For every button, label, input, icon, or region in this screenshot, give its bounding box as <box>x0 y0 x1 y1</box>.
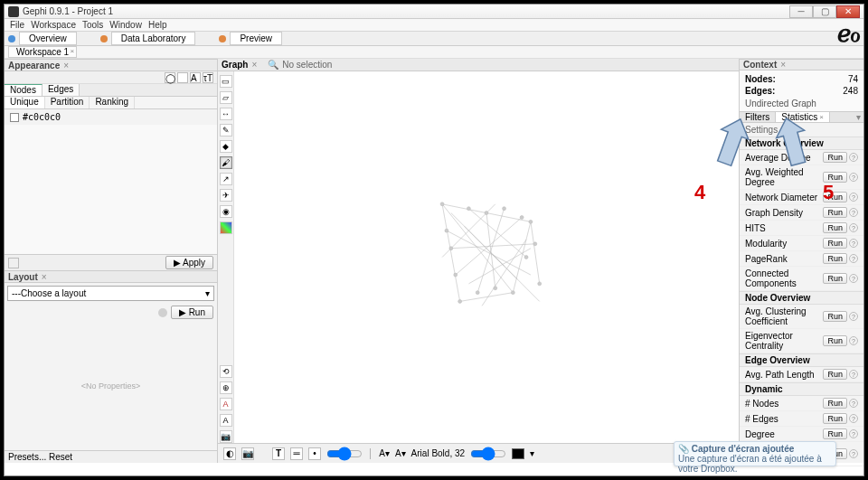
stat-row: DegreeRun? <box>740 427 863 442</box>
size-icon[interactable] <box>177 72 188 83</box>
menu-window[interactable]: Window <box>108 20 144 30</box>
stat-help-icon[interactable]: ? <box>849 274 858 283</box>
stat-help-icon[interactable]: ? <box>849 429 858 438</box>
stat-run-button[interactable]: Run <box>823 253 847 264</box>
layout-select[interactable]: ---Choose a layout▾ <box>7 286 214 301</box>
font-label-a[interactable]: A▾ <box>379 448 390 458</box>
notif-title: Capture d'écran ajoutée <box>692 444 795 454</box>
tool-label[interactable]: A <box>220 414 232 427</box>
svg-line-15 <box>482 240 526 306</box>
tool-select[interactable]: ▭ <box>220 75 232 88</box>
screenshot-icon[interactable]: 📷 <box>241 447 254 460</box>
stat-help-icon[interactable]: ? <box>849 173 858 182</box>
stat-run-button[interactable]: Run <box>823 273 847 284</box>
tool-brush[interactable]: 🖌 <box>220 156 232 169</box>
stat-help-icon[interactable]: ? <box>849 193 858 202</box>
stat-help-icon[interactable]: ? <box>849 449 858 458</box>
graph-canvas[interactable] <box>234 71 739 443</box>
ctx-nodes-label: Nodes: <box>745 74 776 84</box>
workspace-label: Workspace 1 <box>16 47 69 57</box>
tool-color[interactable] <box>220 221 232 234</box>
stat-help-icon[interactable]: ? <box>849 414 858 423</box>
tool-size[interactable]: ◆ <box>220 140 232 153</box>
layout-run-button[interactable]: ▶ Run <box>171 306 213 319</box>
stat-help-icon[interactable]: ? <box>849 223 858 232</box>
stat-help-icon[interactable]: ? <box>849 312 858 321</box>
mode-unique[interactable]: Unique <box>5 97 45 108</box>
tool-edge[interactable]: ↗ <box>220 173 232 185</box>
stat-label: Graph Density <box>745 208 803 218</box>
color-checkbox[interactable] <box>10 113 19 122</box>
layout-presets[interactable]: Presets... Reset <box>5 450 217 463</box>
tab-menu-icon[interactable]: ▾ <box>854 112 863 122</box>
stat-run-button[interactable]: Run <box>823 369 847 380</box>
svg-point-27 <box>449 247 453 250</box>
stat-run-button[interactable]: Run <box>823 428 847 439</box>
appearance-nodes-tab[interactable]: Nodes <box>5 84 42 96</box>
appearance-edges-tab[interactable]: Edges <box>42 84 80 96</box>
svg-line-10 <box>477 209 504 293</box>
menu-workspace[interactable]: Workspace <box>29 20 78 30</box>
dropbox-notification[interactable]: 📎 Capture d'écran ajoutée Une capture d'… <box>674 441 836 466</box>
tool-rect[interactable]: ▱ <box>220 91 232 104</box>
stat-help-icon[interactable]: ? <box>849 153 858 162</box>
show-labels-icon[interactable]: • <box>308 447 321 460</box>
tool-snapshot[interactable]: 📷 <box>220 430 232 443</box>
label-size-slider[interactable] <box>470 447 506 461</box>
tool-move[interactable]: ↔ <box>220 108 232 120</box>
edge-thickness-slider[interactable] <box>326 447 363 461</box>
tab-overview[interactable]: Overview <box>19 32 77 45</box>
stat-run-button[interactable]: Run <box>823 152 847 163</box>
color-icon[interactable]: ◯ <box>165 72 175 83</box>
stat-help-icon[interactable]: ? <box>849 336 858 345</box>
close-button[interactable]: ✕ <box>836 5 860 18</box>
stat-help-icon[interactable]: ? <box>849 208 858 217</box>
stat-help-icon[interactable]: ? <box>849 254 858 263</box>
annotation-number-5: 5 <box>823 181 834 204</box>
bg-toggle-icon[interactable]: ◐ <box>223 447 236 460</box>
tool-heat[interactable]: ◉ <box>220 205 232 218</box>
mode-partition[interactable]: Partition <box>45 97 90 108</box>
stat-run-button[interactable]: Run <box>823 207 847 218</box>
menu-tools[interactable]: Tools <box>80 20 105 30</box>
stat-row: Graph DensityRun? <box>740 205 863 221</box>
group-dynamic: Dynamic <box>740 382 863 396</box>
tool-pencil[interactable]: ✎ <box>220 124 232 136</box>
tool-path[interactable]: ✈ <box>220 189 232 202</box>
minimize-button[interactable]: ─ <box>789 5 813 18</box>
workspace-tab[interactable]: Workspace 1× <box>8 46 77 58</box>
tool-reset[interactable]: ⟲ <box>220 365 232 378</box>
stat-run-button[interactable]: Run <box>823 335 847 346</box>
menu-file[interactable]: File <box>8 20 26 30</box>
label-size-icon[interactable]: τT <box>203 72 213 83</box>
apply-button[interactable]: ▶ Apply <box>165 256 213 269</box>
tab-datalab[interactable]: Data Laboratory <box>111 32 196 45</box>
stat-run-button[interactable]: Run <box>823 311 847 322</box>
label-color-icon[interactable]: A <box>190 72 201 83</box>
stat-help-icon[interactable]: ? <box>849 370 858 379</box>
color-value: #c0c0c0 <box>23 112 61 122</box>
label-attr-dropdown[interactable]: ▾ <box>530 448 534 458</box>
appearance-options-icon[interactable] <box>8 258 19 268</box>
svg-point-26 <box>524 256 528 259</box>
maximize-button[interactable]: ▢ <box>813 5 836 18</box>
stat-run-button[interactable]: Run <box>823 222 847 233</box>
stat-help-icon[interactable]: ? <box>849 239 858 248</box>
stat-row: Avg. Path LengthRun? <box>740 367 863 382</box>
stat-run-button[interactable]: Run <box>823 398 847 409</box>
stat-run-button[interactable]: Run <box>823 238 847 249</box>
svg-point-23 <box>485 212 488 215</box>
tool-zoom[interactable]: A <box>220 398 232 410</box>
stat-help-icon[interactable]: ? <box>849 399 858 408</box>
font-name[interactable]: Arial Bold, 32 <box>411 448 465 458</box>
mode-ranking[interactable]: Ranking <box>90 97 135 108</box>
stat-run-button[interactable]: Run <box>823 413 847 424</box>
tool-center[interactable]: ⊕ <box>220 381 232 394</box>
show-nodes-icon[interactable]: T <box>272 447 285 460</box>
font-label-a2[interactable]: A▾ <box>395 448 406 458</box>
label-color-swatch[interactable] <box>512 448 524 459</box>
tab-preview[interactable]: Preview <box>230 32 282 45</box>
stat-label: Network Diameter <box>745 193 817 202</box>
show-edges-icon[interactable]: ═ <box>290 447 303 460</box>
menu-help[interactable]: Help <box>146 20 169 30</box>
